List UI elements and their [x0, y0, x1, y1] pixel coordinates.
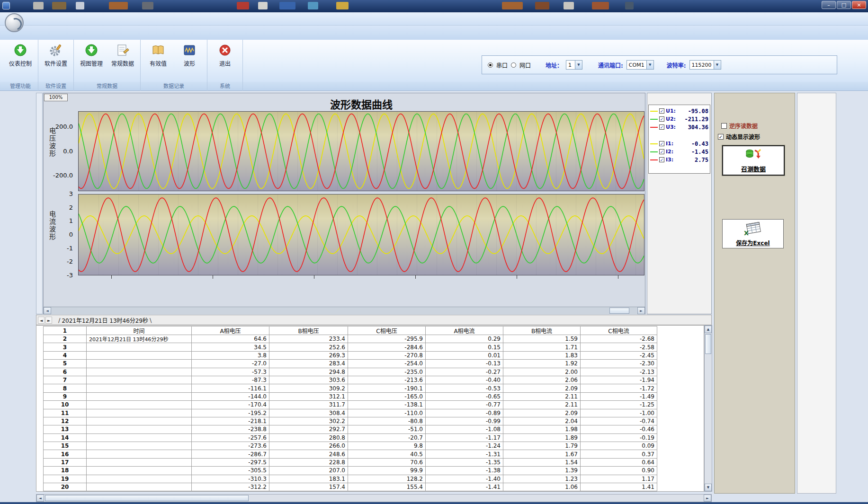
data-cell[interactable]: -110.0 [348, 409, 426, 417]
serial-radio[interactable] [488, 62, 493, 68]
data-cell[interactable]: -165.0 [348, 392, 426, 400]
data-cell[interactable]: -1.41 [426, 483, 503, 491]
data-cell[interactable]: -305.5 [192, 467, 269, 475]
data-cell[interactable]: -297.5 [192, 458, 269, 466]
data-cell[interactable]: 2.11 [503, 401, 581, 409]
data-cell[interactable]: 1.67 [503, 450, 581, 458]
ribbon-button-instrument-control[interactable]: 仪表控制 [6, 41, 35, 67]
data-cell[interactable]: -138.1 [348, 401, 426, 409]
scroll-down-icon[interactable]: ▼ [705, 484, 712, 491]
legend-checkbox[interactable]: ✓ [659, 149, 664, 154]
data-cell[interactable]: 2.09 [503, 409, 581, 417]
data-cell[interactable]: -273.6 [192, 442, 269, 450]
reverse-read-checkbox[interactable] [721, 123, 727, 129]
data-cell[interactable]: 1.54 [503, 458, 581, 466]
data-cell[interactable]: 157.4 [269, 483, 348, 491]
fetch-data-button[interactable]: 召测数据 [722, 145, 785, 176]
data-cell[interactable] [87, 351, 192, 359]
data-cell[interactable] [87, 475, 192, 483]
ribbon-button-view-manage[interactable]: 视图管理 [77, 41, 106, 67]
data-cell[interactable] [87, 483, 192, 491]
data-cell[interactable]: -238.8 [192, 425, 269, 433]
data-cell[interactable]: -170.4 [192, 401, 269, 409]
tab-next-button[interactable]: ► [45, 317, 52, 324]
ribbon-button-regular-data[interactable]: 常规数据 [108, 41, 137, 67]
data-cell[interactable] [87, 458, 192, 466]
data-cell[interactable]: -213.6 [348, 376, 426, 384]
data-cell[interactable]: -295.9 [348, 335, 426, 343]
data-cell[interactable]: -0.53 [426, 384, 503, 392]
data-cell[interactable]: 303.6 [269, 376, 348, 384]
scroll-right-icon[interactable]: ► [637, 307, 645, 314]
data-cell[interactable]: 248.6 [269, 450, 348, 458]
data-cell[interactable]: -2.68 [581, 335, 657, 343]
data-cell[interactable]: -1.94 [581, 376, 657, 384]
data-cell[interactable]: 1.89 [503, 433, 581, 442]
data-cell[interactable]: -2.58 [581, 343, 657, 351]
data-cell[interactable]: 308.4 [269, 409, 348, 417]
data-cell[interactable]: 294.8 [269, 368, 348, 376]
legend-checkbox[interactable]: ✓ [659, 124, 664, 130]
data-cell[interactable]: 207.0 [269, 467, 348, 475]
scroll-left-icon[interactable]: ◄ [36, 495, 44, 502]
data-cell[interactable]: 155.4 [348, 483, 426, 491]
baud-select[interactable]: 115200 ▼ [689, 60, 721, 70]
scroll-left-icon[interactable]: ◄ [44, 307, 51, 314]
data-cell[interactable] [87, 401, 192, 409]
left-splitter[interactable] [36, 93, 43, 314]
data-cell[interactable] [87, 425, 192, 433]
data-cell[interactable]: -284.6 [348, 343, 426, 351]
table-v-scrollbar[interactable]: ▲ ▼ [704, 325, 712, 492]
data-cell[interactable]: -1.24 [426, 442, 503, 450]
data-cell[interactable]: -0.65 [426, 392, 503, 400]
data-cell[interactable]: -0.46 [581, 425, 657, 433]
data-cell[interactable]: 1.41 [581, 483, 657, 491]
data-cell[interactable] [87, 467, 192, 475]
legend-checkbox[interactable]: ✓ [659, 108, 664, 114]
data-cell[interactable]: -218.1 [192, 417, 269, 425]
data-cell[interactable]: 283.4 [269, 360, 348, 368]
address-select[interactable]: 1 ▼ [566, 60, 582, 70]
data-cell[interactable]: -27.0 [192, 360, 269, 368]
data-cell[interactable]: 64.6 [192, 335, 269, 343]
data-cell[interactable]: -0.27 [426, 368, 503, 376]
data-cell[interactable]: 302.2 [269, 417, 348, 425]
data-cell[interactable]: 2.11 [503, 392, 581, 400]
data-cell[interactable] [87, 417, 192, 425]
data-cell[interactable]: -1.72 [581, 384, 657, 392]
data-cell[interactable]: 280.8 [269, 433, 348, 442]
port-select[interactable]: COM1 ▼ [626, 60, 654, 70]
data-cell[interactable]: 3.8 [192, 351, 269, 359]
data-cell[interactable]: 0.29 [426, 335, 503, 343]
data-cell[interactable]: -0.13 [426, 360, 503, 368]
legend-checkbox[interactable]: ✓ [659, 116, 664, 122]
data-cell[interactable]: -20.7 [348, 433, 426, 442]
data-cell[interactable]: -190.1 [348, 384, 426, 392]
data-cell[interactable]: -1.35 [426, 458, 503, 466]
data-cell[interactable]: 228.8 [269, 458, 348, 466]
sheet-tab[interactable]: / 2021年12月21日 13时46分29秒 \ [57, 316, 153, 324]
data-cell[interactable]: -80.8 [348, 417, 426, 425]
data-cell[interactable]: 70.6 [348, 458, 426, 466]
data-cell[interactable]: -2.45 [581, 351, 657, 359]
chart-h-scrollbar[interactable]: ◄ ► [44, 307, 645, 314]
data-cell[interactable]: -0.89 [426, 409, 503, 417]
data-cell[interactable]: 1.06 [503, 483, 581, 491]
data-cell[interactable]: -2.13 [581, 368, 657, 376]
data-cell[interactable]: 1.23 [503, 475, 581, 483]
data-cell[interactable]: 128.2 [348, 475, 426, 483]
data-cell[interactable]: 99.9 [348, 467, 426, 475]
chart-scroll-thumb[interactable] [609, 308, 629, 314]
data-cell[interactable]: -1.40 [426, 475, 503, 483]
data-cell[interactable] [87, 450, 192, 458]
data-cell[interactable]: 312.1 [269, 392, 348, 400]
data-cell[interactable]: 0.15 [426, 343, 503, 351]
data-cell[interactable]: -0.77 [426, 401, 503, 409]
data-cell[interactable]: -87.3 [192, 376, 269, 384]
scroll-up-icon[interactable]: ▲ [705, 326, 712, 333]
data-cell[interactable]: 266.0 [269, 442, 348, 450]
data-cell[interactable]: -270.8 [348, 351, 426, 359]
v-scroll-thumb[interactable] [705, 334, 711, 354]
data-cell[interactable]: -1.08 [426, 425, 503, 433]
data-cell[interactable]: 9.8 [348, 442, 426, 450]
